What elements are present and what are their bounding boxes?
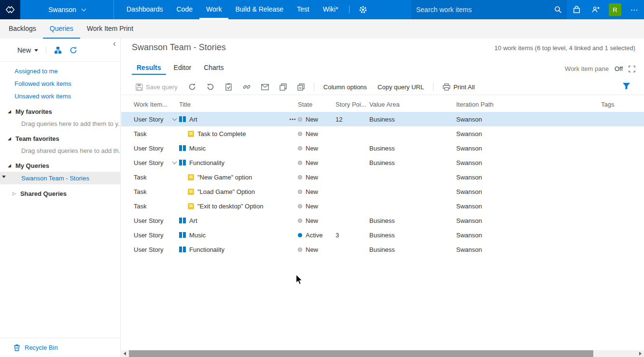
sidebar-collapse-icon[interactable]: ‹ <box>113 39 116 48</box>
column-header-tags[interactable]: Tags <box>601 101 644 108</box>
work-item-title-link[interactable]: Music <box>189 145 206 152</box>
open-in-new-window-icon[interactable] <box>276 79 291 95</box>
recycle-bin-link[interactable]: Recycle Bin <box>0 338 120 357</box>
table-row[interactable]: User StoryFunctionalityNewBusinessSwanso… <box>121 242 644 257</box>
work-item-title-link[interactable]: "Exit to desktop" Option <box>197 203 263 210</box>
work-item-title-cell: Task to Complete <box>169 129 298 138</box>
nav-dashboards[interactable]: Dashboards <box>120 0 170 19</box>
scroll-right-arrow-icon[interactable] <box>637 350 644 357</box>
tab-queries[interactable]: Queries <box>43 19 80 39</box>
refresh-icon[interactable] <box>184 79 200 95</box>
refresh-icon[interactable] <box>70 46 77 54</box>
clipboard-check-icon[interactable] <box>221 79 236 95</box>
work-item-title-link[interactable]: Functionality <box>189 159 224 166</box>
column-options-button[interactable]: Column options <box>320 79 371 95</box>
state-dot-icon <box>298 233 302 237</box>
work-item-title-link[interactable]: "Load Game" Option <box>197 188 255 195</box>
work-item-title-link[interactable]: Music <box>189 232 206 239</box>
nav-code[interactable]: Code <box>170 0 199 19</box>
user-avatar[interactable]: R <box>605 0 625 19</box>
search-input[interactable] <box>416 6 554 14</box>
state-cell: New <box>298 159 336 166</box>
work-item-title-link[interactable]: Functionality <box>189 246 224 253</box>
scroll-left-arrow-icon[interactable] <box>121 350 128 357</box>
table-row[interactable]: Task"New Game" optionNewSwanson <box>121 170 644 184</box>
horizontal-scrollbar[interactable] <box>121 350 644 357</box>
new-query-button[interactable]: New <box>17 46 38 54</box>
section-shared-queries[interactable]: ▷ Shared Queries <box>0 184 120 198</box>
fullscreen-icon[interactable] <box>629 66 635 72</box>
column-header-story-points[interactable]: Story Poi... <box>336 101 369 108</box>
link-followed-work-items[interactable]: Followed work items <box>0 77 120 90</box>
work-item-type-cell: User Story <box>134 145 169 152</box>
tab-work-item-print[interactable]: Work Item Print <box>80 19 140 39</box>
story-points-cell: 12 <box>336 116 369 123</box>
link-icon[interactable] <box>239 79 254 95</box>
chevron-down-icon <box>81 6 86 11</box>
chevron-down-icon[interactable] <box>172 116 177 121</box>
nav-build-release[interactable]: Build & Release <box>228 0 290 19</box>
column-header-value-area[interactable]: Value Area <box>369 101 456 108</box>
copy-query-url-button[interactable]: Copy query URL <box>374 79 428 95</box>
tab-results[interactable]: Results <box>132 64 166 75</box>
feedback-icon[interactable] <box>586 0 605 19</box>
user-story-icon <box>179 232 186 238</box>
save-query-button[interactable]: Save query <box>132 79 182 95</box>
nav-work[interactable]: Work <box>199 0 228 19</box>
nav-test[interactable]: Test <box>290 0 316 19</box>
query-item-swanson-team-stories[interactable]: Swanson Team - Stories <box>0 172 120 184</box>
nav-wiki[interactable]: Wiki* <box>316 0 345 19</box>
table-row[interactable]: TaskTask to CompleteNewSwanson <box>121 126 644 141</box>
new-folder-icon[interactable] <box>54 46 62 54</box>
copy-work-items-icon[interactable] <box>294 79 308 95</box>
table-row[interactable]: User StoryMusicActive3BusinessSwanson <box>121 228 644 242</box>
table-row[interactable]: User StoryFunctionalityNewBusinessSwanso… <box>121 155 644 170</box>
search-icon[interactable] <box>554 6 562 14</box>
table-row[interactable]: User StoryArtNewBusinessSwanson <box>121 213 644 228</box>
table-row[interactable]: Task"Exit to desktop" OptionNewSwanson <box>121 199 644 213</box>
table-row[interactable]: User StoryArt⋯New12BusinessSwanson <box>121 112 644 126</box>
marketplace-bag-icon[interactable] <box>567 0 586 19</box>
row-context-menu-button[interactable]: ⋯ <box>289 115 296 123</box>
nav-divider <box>349 6 350 14</box>
column-header-title[interactable]: Title <box>169 101 298 108</box>
work-item-title-link[interactable]: Art <box>189 116 197 123</box>
query-context-menu-icon[interactable] <box>2 176 6 180</box>
column-header-work-item-type[interactable]: Work Item... <box>134 101 169 108</box>
column-header-iteration-path[interactable]: Iteration Path <box>456 101 601 108</box>
tab-backlogs[interactable]: Backlogs <box>2 19 43 39</box>
tab-editor[interactable]: Editor <box>169 64 196 75</box>
work-item-type-cell: Task <box>134 203 169 210</box>
link-assigned-to-me[interactable]: Assigned to me <box>0 65 120 77</box>
value-area-cell: Business <box>369 232 456 239</box>
work-item-title-link[interactable]: Task to Complete <box>197 130 246 137</box>
project-selector[interactable]: Swanson <box>20 0 114 19</box>
vsts-logo-icon[interactable] <box>0 0 20 19</box>
settings-gear-icon[interactable] <box>353 0 373 19</box>
work-item-pane-value-dropdown[interactable]: Off <box>615 65 623 72</box>
scrollbar-thumb[interactable] <box>129 350 593 357</box>
email-query-icon[interactable] <box>257 79 273 95</box>
section-my-favorites[interactable]: ◢ My favorites <box>0 102 120 116</box>
more-actions-ellipsis-icon[interactable]: ⋯ <box>625 0 644 19</box>
chevron-down-icon[interactable] <box>172 160 177 165</box>
link-unsaved-work-items[interactable]: Unsaved work items <box>0 90 120 102</box>
work-item-title-link[interactable]: "New Game" option <box>197 174 252 181</box>
section-team-favorites[interactable]: ◢ Team favorites <box>0 129 120 143</box>
section-my-queries[interactable]: ◢ My Queries <box>0 156 120 170</box>
state-dot-icon <box>298 161 302 165</box>
print-all-button[interactable]: Print All <box>439 79 478 95</box>
table-row[interactable]: User StoryMusicNewBusinessSwanson <box>121 141 644 155</box>
work-items-summary: 10 work items (6 top level, 4 linked and… <box>494 44 635 52</box>
revert-changes-icon[interactable] <box>203 79 218 95</box>
search-box <box>411 0 567 19</box>
work-item-type-cell: Task <box>134 130 169 137</box>
tab-charts[interactable]: Charts <box>199 64 228 75</box>
work-item-title-cell: Music <box>169 230 298 240</box>
column-header-state[interactable]: State <box>298 101 336 108</box>
value-area-cell: Business <box>369 159 456 166</box>
work-item-title-link[interactable]: Art <box>189 217 197 224</box>
filter-icon[interactable] <box>622 82 630 90</box>
state-dot-icon <box>298 146 302 151</box>
table-row[interactable]: Task"Load Game" OptionNewSwanson <box>121 184 644 199</box>
